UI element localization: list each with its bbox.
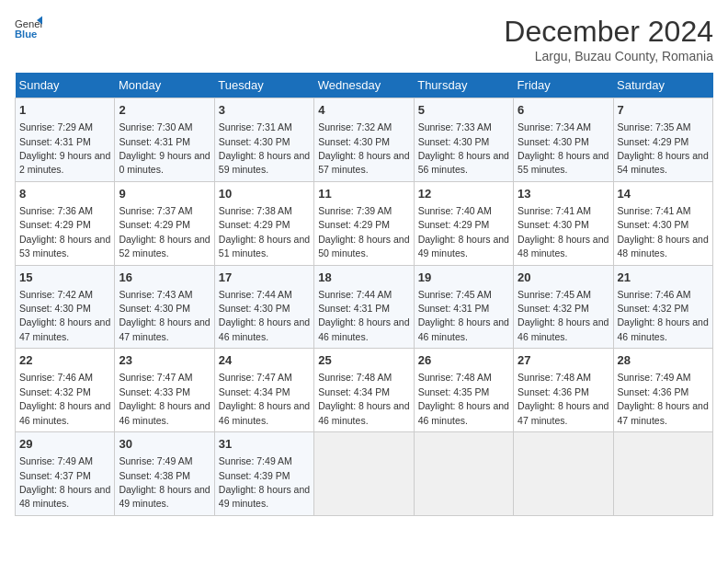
day-detail: Sunrise: 7:30 AMSunset: 4:31 PMDaylight:… [119, 121, 210, 175]
day-number: 22 [19, 352, 110, 369]
day-detail: Sunrise: 7:49 AMSunset: 4:38 PMDaylight:… [119, 455, 210, 509]
day-number: 20 [518, 270, 609, 286]
day-number: 5 [418, 102, 509, 119]
calendar-cell: 17 Sunrise: 7:44 AMSunset: 4:30 PMDaylig… [214, 265, 313, 349]
day-number: 9 [119, 186, 210, 202]
day-detail: Sunrise: 7:49 AMSunset: 4:39 PMDaylight:… [219, 455, 310, 509]
day-detail: Sunrise: 7:47 AMSunset: 4:33 PMDaylight:… [119, 372, 210, 425]
title-block: December 2024 Largu, Buzau County, Roman… [504, 15, 713, 63]
calendar-cell: 6 Sunrise: 7:34 AMSunset: 4:30 PMDayligh… [514, 98, 613, 182]
calendar-week-row: 1 Sunrise: 7:29 AMSunset: 4:31 PMDayligh… [16, 98, 713, 182]
page-header: General Blue December 2024 Largu, Buzau … [15, 15, 713, 63]
day-detail: Sunrise: 7:48 AMSunset: 4:34 PMDaylight:… [318, 372, 409, 425]
logo-icon: General Blue [15, 15, 42, 42]
calendar-cell: 5 Sunrise: 7:33 AMSunset: 4:30 PMDayligh… [414, 98, 513, 182]
calendar-cell: 4 Sunrise: 7:32 AMSunset: 4:30 PMDayligh… [314, 98, 414, 182]
day-number: 29 [19, 436, 110, 453]
day-detail: Sunrise: 7:46 AMSunset: 4:32 PMDaylight:… [19, 372, 110, 425]
day-detail: Sunrise: 7:44 AMSunset: 4:31 PMDaylight:… [318, 289, 409, 342]
calendar-cell: 30 Sunrise: 7:49 AMSunset: 4:38 PMDaylig… [115, 432, 214, 516]
day-detail: Sunrise: 7:45 AMSunset: 4:32 PMDaylight:… [518, 289, 609, 342]
day-number: 17 [219, 270, 310, 286]
day-detail: Sunrise: 7:29 AMSunset: 4:31 PMDaylight:… [19, 121, 110, 175]
day-number: 1 [19, 102, 110, 119]
calendar-cell: 26 Sunrise: 7:48 AMSunset: 4:35 PMDaylig… [414, 349, 513, 432]
day-number: 25 [318, 352, 409, 369]
calendar-cell: 25 Sunrise: 7:48 AMSunset: 4:34 PMDaylig… [314, 349, 414, 432]
calendar-cell [314, 432, 414, 516]
day-detail: Sunrise: 7:49 AMSunset: 4:37 PMDaylight:… [19, 455, 110, 509]
calendar-cell: 22 Sunrise: 7:46 AMSunset: 4:32 PMDaylig… [16, 349, 115, 432]
day-number: 13 [518, 186, 609, 202]
logo: General Blue [15, 15, 42, 42]
calendar-table: Sunday Monday Tuesday Wednesday Thursday… [15, 73, 713, 516]
weekday-header-row: Sunday Monday Tuesday Wednesday Thursday… [16, 73, 713, 98]
day-detail: Sunrise: 7:48 AMSunset: 4:36 PMDaylight:… [518, 372, 609, 425]
calendar-cell: 23 Sunrise: 7:47 AMSunset: 4:33 PMDaylig… [115, 349, 214, 432]
header-thursday: Thursday [414, 73, 513, 98]
day-number: 27 [518, 352, 609, 369]
day-number: 11 [318, 186, 409, 202]
calendar-cell: 31 Sunrise: 7:49 AMSunset: 4:39 PMDaylig… [214, 432, 313, 516]
day-detail: Sunrise: 7:37 AMSunset: 4:29 PMDaylight:… [119, 205, 210, 259]
calendar-cell [514, 432, 613, 516]
calendar-cell: 15 Sunrise: 7:42 AMSunset: 4:30 PMDaylig… [16, 265, 115, 349]
day-number: 18 [318, 270, 409, 286]
day-number: 26 [418, 352, 509, 369]
day-detail: Sunrise: 7:39 AMSunset: 4:29 PMDaylight:… [318, 205, 409, 259]
calendar-cell: 3 Sunrise: 7:31 AMSunset: 4:30 PMDayligh… [214, 98, 313, 182]
calendar-cell: 18 Sunrise: 7:44 AMSunset: 4:31 PMDaylig… [314, 265, 414, 349]
calendar-cell: 12 Sunrise: 7:40 AMSunset: 4:29 PMDaylig… [414, 181, 513, 265]
calendar-cell: 7 Sunrise: 7:35 AMSunset: 4:29 PMDayligh… [613, 98, 712, 182]
calendar-cell: 2 Sunrise: 7:30 AMSunset: 4:31 PMDayligh… [115, 98, 214, 182]
svg-text:Blue: Blue [15, 29, 37, 40]
day-detail: Sunrise: 7:48 AMSunset: 4:35 PMDaylight:… [418, 372, 509, 425]
day-detail: Sunrise: 7:35 AMSunset: 4:29 PMDaylight:… [618, 121, 709, 175]
calendar-cell: 8 Sunrise: 7:36 AMSunset: 4:29 PMDayligh… [16, 181, 115, 265]
header-friday: Friday [514, 73, 613, 98]
day-number: 24 [219, 352, 310, 369]
day-detail: Sunrise: 7:31 AMSunset: 4:30 PMDaylight:… [219, 121, 310, 175]
day-detail: Sunrise: 7:40 AMSunset: 4:29 PMDaylight:… [418, 205, 509, 259]
calendar-cell: 16 Sunrise: 7:43 AMSunset: 4:30 PMDaylig… [115, 265, 214, 349]
day-number: 6 [518, 102, 609, 119]
calendar-cell: 13 Sunrise: 7:41 AMSunset: 4:30 PMDaylig… [514, 181, 613, 265]
calendar-cell: 21 Sunrise: 7:46 AMSunset: 4:32 PMDaylig… [613, 265, 712, 349]
day-number: 2 [119, 102, 210, 119]
location-subtitle: Largu, Buzau County, Romania [504, 49, 713, 63]
calendar-cell: 28 Sunrise: 7:49 AMSunset: 4:36 PMDaylig… [613, 349, 712, 432]
day-number: 16 [119, 270, 210, 286]
calendar-cell: 19 Sunrise: 7:45 AMSunset: 4:31 PMDaylig… [414, 265, 513, 349]
calendar-cell: 11 Sunrise: 7:39 AMSunset: 4:29 PMDaylig… [314, 181, 414, 265]
day-detail: Sunrise: 7:46 AMSunset: 4:32 PMDaylight:… [618, 289, 709, 342]
calendar-cell: 29 Sunrise: 7:49 AMSunset: 4:37 PMDaylig… [16, 432, 115, 516]
day-detail: Sunrise: 7:47 AMSunset: 4:34 PMDaylight:… [219, 372, 310, 425]
day-number: 3 [219, 102, 310, 119]
day-number: 15 [19, 270, 110, 286]
calendar-week-row: 22 Sunrise: 7:46 AMSunset: 4:32 PMDaylig… [16, 349, 713, 432]
day-number: 30 [119, 436, 210, 453]
day-detail: Sunrise: 7:32 AMSunset: 4:30 PMDaylight:… [318, 121, 409, 175]
day-detail: Sunrise: 7:44 AMSunset: 4:30 PMDaylight:… [219, 289, 310, 342]
day-detail: Sunrise: 7:45 AMSunset: 4:31 PMDaylight:… [418, 289, 509, 342]
day-number: 4 [318, 102, 409, 119]
calendar-week-row: 8 Sunrise: 7:36 AMSunset: 4:29 PMDayligh… [16, 181, 713, 265]
calendar-cell: 20 Sunrise: 7:45 AMSunset: 4:32 PMDaylig… [514, 265, 613, 349]
calendar-cell: 24 Sunrise: 7:47 AMSunset: 4:34 PMDaylig… [214, 349, 313, 432]
header-wednesday: Wednesday [314, 73, 414, 98]
day-detail: Sunrise: 7:49 AMSunset: 4:36 PMDaylight:… [618, 372, 709, 425]
day-detail: Sunrise: 7:41 AMSunset: 4:30 PMDaylight:… [618, 205, 709, 259]
day-number: 21 [618, 270, 709, 286]
calendar-cell: 1 Sunrise: 7:29 AMSunset: 4:31 PMDayligh… [16, 98, 115, 182]
header-sunday: Sunday [16, 73, 115, 98]
header-monday: Monday [115, 73, 214, 98]
calendar-week-row: 15 Sunrise: 7:42 AMSunset: 4:30 PMDaylig… [16, 265, 713, 349]
month-title: December 2024 [504, 15, 713, 49]
calendar-week-row: 29 Sunrise: 7:49 AMSunset: 4:37 PMDaylig… [16, 432, 713, 516]
day-number: 7 [618, 102, 709, 119]
day-number: 10 [219, 186, 310, 202]
header-tuesday: Tuesday [214, 73, 313, 98]
day-number: 23 [119, 352, 210, 369]
day-number: 12 [418, 186, 509, 202]
day-detail: Sunrise: 7:36 AMSunset: 4:29 PMDaylight:… [19, 205, 110, 259]
